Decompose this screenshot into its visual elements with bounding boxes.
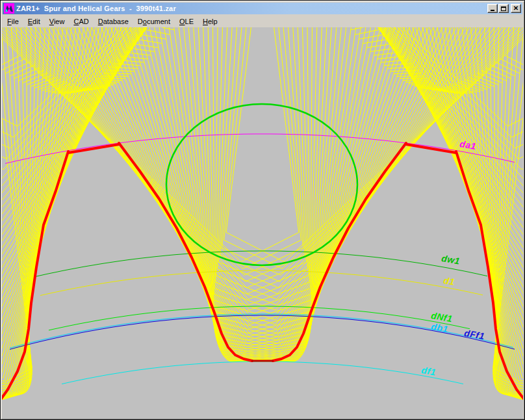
app-window: ZAR1+ Spur and Helical Gears - 3990t41.z… (0, 0, 525, 420)
menu-help[interactable]: Help (198, 16, 222, 27)
minimize-button[interactable] (487, 4, 498, 13)
gear-generation-drawing (2, 27, 523, 419)
menu-view[interactable]: View (45, 16, 70, 27)
menu-bar: FileEditViewCADDatabaseDocumentOLEHelp (2, 15, 523, 27)
menu-edit[interactable]: Edit (23, 16, 45, 27)
minimize-icon (491, 10, 494, 11)
close-icon: ✕ (513, 5, 519, 12)
menu-file[interactable]: File (3, 16, 23, 27)
menu-database[interactable]: Database (94, 16, 133, 27)
app-icon (4, 3, 14, 14)
close-button[interactable]: ✕ (511, 4, 521, 13)
arc-df1 (62, 361, 463, 384)
maximize-icon (501, 7, 506, 11)
tooth-profile (2, 143, 523, 400)
rack-generation-lines (2, 27, 523, 412)
menu-ole[interactable]: OLE (175, 16, 198, 27)
arc-dw1 (36, 251, 487, 276)
window-title: ZAR1+ Spur and Helical Gears - 3990t41.z… (16, 5, 487, 12)
maximize-button[interactable] (498, 4, 509, 13)
label-d1: d1 (442, 275, 455, 287)
title-bar[interactable]: ZAR1+ Spur and Helical Gears - 3990t41.z… (3, 3, 522, 14)
menu-cad[interactable]: CAD (69, 16, 93, 27)
menu-document[interactable]: Document (133, 16, 175, 27)
drawing-canvas[interactable]: da1dw1d1dNf1db1dFf1df1 (2, 27, 523, 419)
